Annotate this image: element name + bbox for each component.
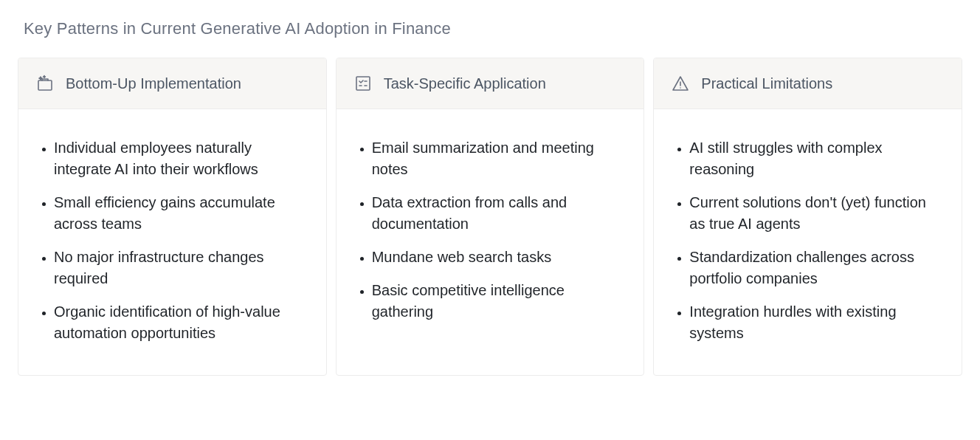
list-item: Mundane web search tasks: [372, 247, 625, 268]
list-item: AI still struggles with complex reasonin…: [689, 137, 942, 180]
svg-rect-1: [356, 77, 370, 90]
card-header: Practical Limitations: [654, 58, 962, 109]
card-title: Bottom-Up Implementation: [66, 75, 241, 92]
card-task-specific: Task-Specific Application Email summariz…: [336, 58, 645, 376]
card-header: Bottom-Up Implementation: [18, 58, 326, 109]
list-item: Standardization challenges across portfo…: [689, 247, 942, 289]
page: Key Patterns in Current Generative AI Ad…: [0, 0, 980, 440]
card-row: Bottom-Up Implementation Individual empl…: [18, 58, 962, 376]
card-body: Email summarization and meeting notes Da…: [337, 109, 644, 354]
point-list: Individual employees naturally integrate…: [38, 137, 307, 344]
card-title: Practical Limitations: [701, 75, 832, 92]
list-item: No major infrastructure changes required: [54, 247, 307, 289]
card-title: Task-Specific Application: [384, 75, 546, 92]
list-item: Organic identification of high-value aut…: [54, 301, 307, 344]
card-limitations: Practical Limitations AI still struggles…: [653, 58, 962, 376]
point-list: Email summarization and meeting notes Da…: [356, 137, 625, 323]
card-body: AI still struggles with complex reasonin…: [654, 109, 962, 375]
point-list: AI still struggles with complex reasonin…: [673, 137, 942, 344]
list-item: Email summarization and meeting notes: [372, 137, 625, 180]
svg-rect-0: [38, 80, 52, 90]
list-item: Integration hurdles with existing system…: [689, 301, 942, 344]
card-body: Individual employees naturally integrate…: [18, 109, 326, 375]
list-item: Data extraction from calls and documenta…: [372, 192, 625, 235]
list-item: Small efficiency gains accumulate across…: [54, 192, 307, 235]
warning-icon: [672, 75, 689, 92]
list-item: Current solutions don't (yet) function a…: [689, 192, 942, 235]
list-item: Individual employees naturally integrate…: [54, 137, 307, 180]
list-item: Basic competitive intelligence gathering: [372, 280, 625, 323]
svg-point-6: [680, 87, 682, 89]
checklist-icon: [354, 75, 372, 92]
card-header: Task-Specific Application: [337, 58, 644, 109]
sparkle-box-icon: [36, 75, 54, 92]
page-title: Key Patterns in Current Generative AI Ad…: [24, 19, 962, 38]
card-bottom-up: Bottom-Up Implementation Individual empl…: [18, 58, 327, 376]
